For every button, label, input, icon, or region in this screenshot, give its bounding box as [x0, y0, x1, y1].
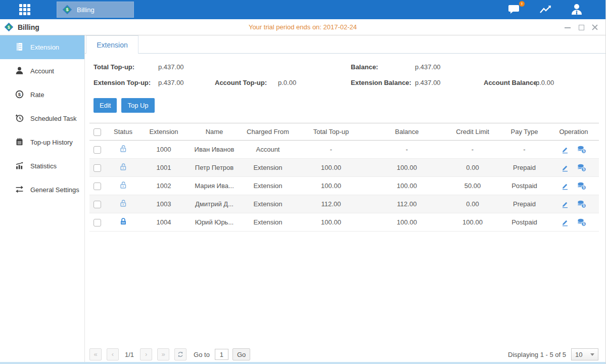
cell-balance: 112.00 [369, 195, 445, 213]
svg-text:$: $ [18, 92, 21, 97]
sidebar-item-label: Account [30, 67, 54, 75]
extension-table: Status Extension Name Charged From Total… [89, 123, 599, 232]
cell-credit-limit: 100.00 [445, 213, 500, 232]
total-topup-label: Total Top-up: [94, 59, 134, 75]
cell-credit-limit: 0.00 [445, 195, 500, 213]
sidebar-item-statistics[interactable]: Statistics [0, 154, 84, 178]
dollar-circle-icon: $ [15, 90, 24, 100]
cell-name: Дмитрий Д... [186, 195, 243, 213]
clock-icon [15, 114, 24, 124]
col-charged-from: Charged From [243, 123, 293, 141]
first-page-button[interactable]: « [89, 348, 102, 360]
col-pay-type: Pay Type [500, 123, 548, 141]
select-all-checkbox[interactable] [94, 128, 101, 136]
sidebar-item-topup-history[interactable]: Top-up History [0, 130, 84, 154]
tab-extension[interactable]: Extension [86, 35, 138, 54]
ledger-icon [15, 42, 24, 53]
svg-text:$: $ [66, 7, 68, 12]
table-row: 1002 Мария Ива... Extension 100.00 100.0… [89, 177, 599, 195]
balance-label: Balance: [351, 59, 378, 75]
extension-balance-value: p.437.00 [415, 75, 441, 90]
cell-balance: 100.00 [369, 177, 445, 195]
edit-button[interactable]: Edit [94, 98, 117, 113]
main-content: Extension Total Top-up: p.437.00 Balance… [85, 35, 605, 364]
cell-extension: 1003 [142, 195, 186, 213]
col-extension: Extension [142, 123, 186, 141]
cell-charged-from: Extension [243, 195, 293, 213]
sidebar-item-label: General Settings [30, 186, 79, 194]
person-icon [15, 66, 24, 76]
extension-balance-label: Extension Balance: [351, 75, 411, 90]
edit-pencil-icon[interactable] [561, 218, 569, 226]
notification-badge: ! [519, 1, 525, 7]
table-row: 1004 Юрий Юрь... Extension 100.00 100.00… [89, 213, 599, 232]
row-checkbox[interactable] [94, 219, 101, 226]
cell-extension: 1004 [142, 213, 186, 232]
next-page-button[interactable]: › [140, 348, 152, 360]
last-page-button[interactable]: » [157, 348, 169, 360]
billing-diamond-icon: $ [62, 5, 72, 15]
cell-charged-from: Extension [243, 177, 293, 195]
refresh-button[interactable] [174, 348, 187, 360]
sidebar-item-scheduled-task[interactable]: Scheduled Task [0, 107, 84, 130]
extension-topup-value: p.437.00 [158, 75, 184, 90]
cell-name: Иван Иванов [186, 141, 243, 159]
balance-value: p.437.00 [415, 59, 441, 75]
top-up-coins-icon[interactable]: $ [577, 218, 586, 226]
go-button[interactable]: Go [232, 348, 250, 360]
row-checkbox[interactable] [94, 146, 101, 154]
svg-text:$: $ [583, 149, 585, 153]
sidebar-item-rate[interactable]: $ Rate [0, 83, 84, 107]
svg-text:$: $ [583, 167, 585, 171]
sidebar-item-general-settings[interactable]: General Settings [0, 178, 84, 202]
edit-pencil-icon[interactable] [561, 164, 569, 172]
messages-icon[interactable]: ! [507, 3, 524, 16]
col-operation: Operation [548, 123, 599, 141]
unlocked-icon [119, 165, 127, 172]
prev-page-button[interactable]: ‹ [107, 348, 119, 360]
cell-pay-type: Prepaid [500, 159, 548, 177]
chevron-down-icon [590, 353, 594, 356]
minimize-icon[interactable] [564, 24, 571, 31]
topbar-tab-label: Billing [77, 6, 95, 14]
sidebar-item-label: Scheduled Task [30, 115, 77, 122]
cell-charged-from: Extension [243, 213, 293, 232]
trial-notice: Your trial period ends on: 2017-02-24 [0, 19, 605, 35]
user-icon[interactable] [570, 3, 586, 16]
cell-name: Юрий Юрь... [186, 213, 243, 232]
account-topup-value: p.0.00 [278, 75, 296, 90]
top-up-coins-icon[interactable]: $ [577, 200, 586, 208]
topbar-billing-tab[interactable]: $ Billing [57, 2, 134, 18]
billing-diamond-icon: $ [4, 22, 14, 32]
cell-name: Петр Петров [186, 159, 243, 177]
maximize-icon[interactable] [578, 24, 585, 31]
sidebar-item-account[interactable]: Account [0, 59, 84, 83]
cell-charged-from: Extension [243, 159, 293, 177]
extension-topup-label: Extension Top-up: [94, 75, 151, 90]
sidebar: Extension Account $ Rat [0, 35, 85, 364]
displaying-text: Displaying 1 - 5 of 5 [508, 351, 566, 358]
row-checkbox[interactable] [94, 201, 101, 208]
sidebar-item-extension[interactable]: Extension [0, 35, 84, 59]
page-size-select[interactable]: 10 [571, 348, 598, 360]
cell-total-topup: 100.00 [293, 159, 369, 177]
row-checkbox[interactable] [94, 164, 101, 172]
chart-icon[interactable] [539, 3, 555, 16]
close-icon[interactable] [591, 24, 598, 31]
cell-charged-from: Account [243, 141, 293, 159]
top-up-button[interactable]: Top Up [121, 98, 154, 113]
cell-extension: 1000 [142, 141, 186, 159]
sidebar-item-label: Rate [30, 91, 44, 99]
row-checkbox[interactable] [94, 183, 101, 190]
edit-pencil-icon[interactable] [561, 146, 569, 154]
pagination-bar: « ‹ 1/1 › » Go to Go Displaying [89, 348, 598, 360]
cell-credit-limit: - [445, 141, 500, 159]
edit-pencil-icon[interactable] [561, 182, 569, 190]
app-grid-icon[interactable] [19, 4, 34, 15]
top-up-coins-icon[interactable]: $ [577, 164, 586, 172]
goto-page-input[interactable] [215, 349, 228, 360]
top-up-coins-icon[interactable]: $ [577, 146, 586, 154]
edit-pencil-icon[interactable] [561, 200, 569, 208]
top-up-coins-icon[interactable]: $ [577, 182, 586, 190]
notebook-icon [15, 138, 24, 148]
